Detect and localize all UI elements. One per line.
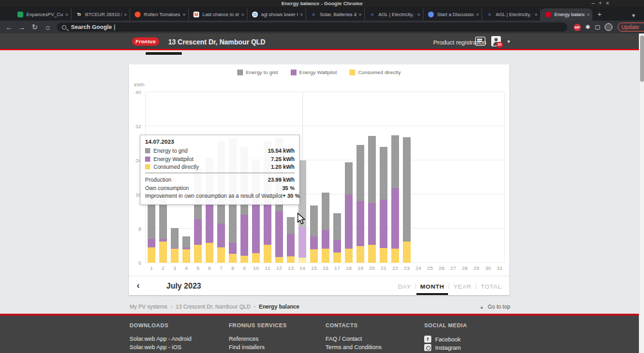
bar-segment[interactable] bbox=[380, 200, 387, 248]
window-controls[interactable]: –+× bbox=[591, 0, 613, 6]
bar-segment[interactable] bbox=[333, 240, 341, 253]
bar-segment[interactable] bbox=[264, 199, 271, 245]
bar-segment[interactable] bbox=[252, 253, 260, 263]
legend-item[interactable]: Energy Wattpilot bbox=[291, 70, 337, 75]
bar-segment[interactable] bbox=[159, 242, 167, 263]
browser-tab[interactable]: ≈AGL | Electricity, Ga× bbox=[365, 8, 424, 21]
side-panel-icon[interactable]: ▢ bbox=[595, 24, 601, 30]
back-icon[interactable]: ← bbox=[5, 23, 13, 31]
bar-segment[interactable] bbox=[252, 196, 260, 253]
browser-tab[interactable]: TrBTCEUR 26910.99 ▲× bbox=[72, 8, 130, 21]
breadcrumb-item[interactable]: 13 Crescent Dr, Nambour QLD bbox=[175, 303, 250, 310]
tab-close-icon[interactable]: × bbox=[476, 12, 479, 17]
browser-tab[interactable]: Rotten Tomatoes: M× bbox=[130, 8, 189, 21]
browser-tab[interactable]: ≈Solar, Batteries & Te× bbox=[306, 8, 365, 21]
footer-link[interactable]: fFacebook bbox=[424, 336, 461, 343]
bar-segment[interactable] bbox=[264, 245, 271, 263]
tab-close-icon[interactable]: × bbox=[358, 12, 362, 17]
bar-segment[interactable] bbox=[356, 201, 364, 246]
bar-segment[interactable] bbox=[240, 256, 248, 263]
bar-segment[interactable] bbox=[182, 236, 190, 247]
browser-tab[interactable]: Start a Discussion -× bbox=[424, 8, 482, 21]
bar-segment[interactable] bbox=[217, 224, 225, 247]
browser-tab[interactable]: ExpancesPV_Curren× bbox=[13, 8, 72, 21]
legend-item[interactable]: Consumed directly bbox=[349, 70, 400, 75]
bar-segment[interactable] bbox=[240, 215, 248, 256]
tab-close-icon[interactable]: × bbox=[182, 12, 186, 17]
bar-segment[interactable] bbox=[171, 249, 179, 263]
reload-icon[interactable]: ↻ bbox=[31, 23, 39, 32]
bar-segment[interactable] bbox=[229, 254, 237, 263]
bar-segment[interactable] bbox=[287, 217, 295, 234]
bar-segment[interactable] bbox=[391, 249, 399, 263]
browser-tab[interactable]: MLast chance to shop× bbox=[189, 8, 248, 21]
product-registration-icon[interactable] bbox=[475, 37, 485, 46]
forward-icon[interactable]: → bbox=[18, 23, 26, 31]
bar-segment[interactable] bbox=[159, 239, 167, 242]
footer-link[interactable]: Solar.web App - iOS bbox=[130, 344, 182, 350]
footer-link[interactable]: References bbox=[229, 336, 259, 342]
bar-segment[interactable] bbox=[345, 249, 353, 263]
bar-segment[interactable] bbox=[322, 230, 329, 249]
footer-link[interactable]: Terms and Conditions bbox=[326, 344, 382, 350]
bar-segment[interactable] bbox=[148, 247, 155, 263]
bar-segment[interactable] bbox=[171, 228, 179, 247]
maximize-icon[interactable]: + bbox=[598, 0, 605, 6]
footer-link[interactable]: Instagram bbox=[424, 344, 461, 351]
tab-close-icon[interactable]: × bbox=[587, 12, 590, 17]
bar-segment[interactable] bbox=[194, 219, 202, 245]
bar-segment[interactable] bbox=[217, 247, 225, 263]
new-tab-button[interactable]: + bbox=[592, 8, 607, 21]
tab-close-icon[interactable]: × bbox=[65, 12, 68, 17]
tab-close-icon[interactable]: × bbox=[241, 12, 244, 17]
minimize-icon[interactable]: – bbox=[591, 0, 598, 6]
bar-segment[interactable] bbox=[298, 258, 306, 263]
bar-segment[interactable] bbox=[322, 193, 329, 230]
bar-segment[interactable] bbox=[345, 162, 353, 195]
bar-segment[interactable] bbox=[148, 239, 155, 247]
close-icon[interactable]: × bbox=[606, 0, 613, 6]
profile-avatar[interactable] bbox=[605, 23, 612, 31]
bar-segment[interactable] bbox=[345, 195, 353, 249]
browser-tab[interactable]: Gagl shows lower KW× bbox=[248, 8, 306, 21]
tab-search-chevron-icon[interactable]: ▾ bbox=[632, 12, 635, 19]
view-mode-total[interactable]: TOTAL bbox=[477, 277, 505, 295]
address-bar[interactable]: Search Google | bbox=[57, 23, 567, 32]
scrollbar-thumb[interactable] bbox=[640, 35, 644, 82]
bar-segment[interactable] bbox=[380, 248, 387, 263]
browser-tab[interactable]: Energy balance× bbox=[541, 8, 592, 21]
view-mode-year[interactable]: YEAR bbox=[450, 277, 476, 295]
bar-segment[interactable] bbox=[333, 213, 341, 240]
bar-segment[interactable] bbox=[182, 247, 190, 249]
bar-segment[interactable] bbox=[182, 249, 190, 263]
fronius-logo[interactable]: Fronius bbox=[132, 37, 159, 46]
bar-segment[interactable] bbox=[368, 203, 376, 245]
go-to-top-link[interactable]: ▲Go to top bbox=[480, 303, 510, 310]
bar-segment[interactable] bbox=[298, 227, 306, 258]
bar-segment[interactable] bbox=[310, 249, 318, 263]
breadcrumb-item[interactable]: My PV systems bbox=[130, 303, 168, 310]
bar-segment[interactable] bbox=[380, 147, 387, 199]
tab-close-icon[interactable]: × bbox=[534, 12, 538, 17]
bar-segment[interactable] bbox=[368, 136, 376, 204]
footer-link[interactable]: Find installers bbox=[229, 344, 265, 350]
account-chevron-icon[interactable]: ▾ bbox=[507, 39, 510, 44]
bar-segment[interactable] bbox=[403, 242, 411, 263]
previous-month-button[interactable]: ‹ bbox=[137, 280, 140, 291]
bar-segment[interactable] bbox=[403, 137, 411, 242]
bar-segment[interactable] bbox=[229, 243, 237, 254]
footer-link[interactable]: Solar.web App - Android bbox=[130, 336, 191, 342]
tab-close-icon[interactable]: × bbox=[417, 12, 420, 17]
bar-segment[interactable] bbox=[287, 234, 295, 256]
bar-segment[interactable] bbox=[310, 236, 318, 249]
bar-segment[interactable] bbox=[275, 257, 283, 263]
view-mode-day[interactable]: DAY bbox=[394, 277, 415, 295]
bar-segment[interactable] bbox=[310, 205, 318, 236]
tab-close-icon[interactable]: × bbox=[300, 12, 303, 17]
bar-segment[interactable] bbox=[206, 243, 213, 263]
browser-tab[interactable]: ≈AGL | Electricity, Ga× bbox=[482, 8, 541, 21]
bar-segment[interactable] bbox=[368, 245, 376, 263]
chrome-update-button[interactable]: Update ⋮ bbox=[618, 23, 644, 32]
extensions-icon[interactable]: ✱ bbox=[585, 24, 590, 30]
bar-segment[interactable] bbox=[391, 188, 399, 249]
